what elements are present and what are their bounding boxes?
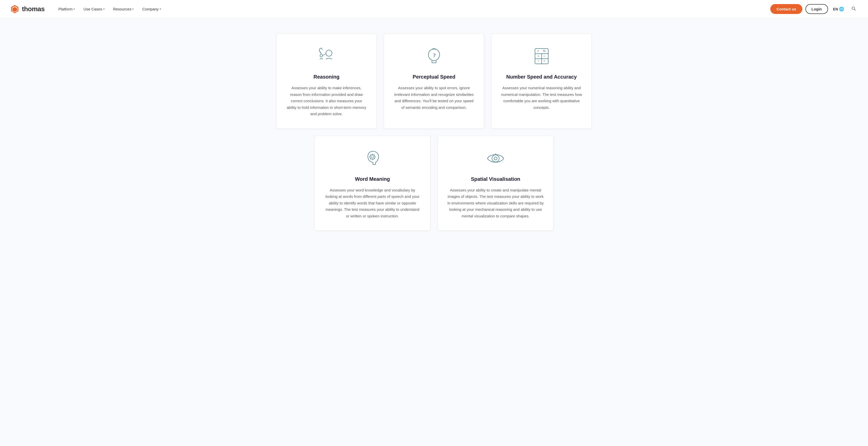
search-button[interactable] <box>849 4 858 14</box>
number-icon: + % × − ÷ = <box>531 46 552 66</box>
chevron-down-icon: ▾ <box>160 8 161 10</box>
spatial-icon <box>486 148 506 168</box>
word-title: Word Meaning <box>324 176 421 182</box>
cards-row-2: Word Meaning Assesses your word knowledg… <box>314 136 554 231</box>
logo-link[interactable]: thomas <box>10 5 44 14</box>
nav-actions: Contact us Login EN 🌐 <box>770 4 858 14</box>
card-word: Word Meaning Assesses your word knowledg… <box>314 136 430 231</box>
number-desc: Assesses your numerical reasoning abilit… <box>501 85 582 110</box>
svg-point-6 <box>320 55 322 57</box>
spatial-title: Spatial Visualisation <box>447 176 544 182</box>
svg-line-4 <box>854 9 855 10</box>
globe-icon: 🌐 <box>839 7 844 11</box>
main-content: Reasoning Assesses your ability to make … <box>256 18 612 246</box>
card-perceptual: ? Perceptual Speed Assesses your ability… <box>384 34 484 129</box>
perceptual-icon: ? <box>424 46 444 66</box>
cards-row-1: Reasoning Assesses your ability to make … <box>276 34 592 129</box>
perceptual-desc: Assesses your ability to spot errors, ig… <box>393 85 475 110</box>
word-desc: Assesses your word knowledge and vocabul… <box>324 187 421 219</box>
chevron-down-icon: ▾ <box>132 8 133 10</box>
reasoning-title: Reasoning <box>286 73 367 80</box>
svg-text:−: − <box>544 54 546 58</box>
card-number: + % × − ÷ = Number Speed and Accuracy As… <box>491 34 592 129</box>
nav-links: Platform ▾ Use Cases ▾ Resources ▾ Compa… <box>55 5 770 13</box>
nav-use-cases[interactable]: Use Cases ▾ <box>80 5 108 13</box>
nav-platform[interactable]: Platform ▾ <box>55 5 79 13</box>
nav-company[interactable]: Company ▾ <box>138 5 164 13</box>
login-button[interactable]: Login <box>805 4 828 14</box>
svg-text:+: + <box>537 49 539 53</box>
number-title: Number Speed and Accuracy <box>501 73 582 80</box>
svg-point-5 <box>326 50 332 56</box>
svg-point-30 <box>492 155 499 162</box>
svg-text:×: × <box>537 55 539 58</box>
perceptual-title: Perceptual Speed <box>393 73 475 80</box>
search-icon <box>851 6 856 11</box>
word-icon <box>362 148 382 168</box>
card-reasoning: Reasoning Assesses your ability to make … <box>276 34 377 129</box>
language-selector[interactable]: EN 🌐 <box>831 5 846 13</box>
svg-text:%: % <box>543 49 546 53</box>
logo-icon <box>10 5 19 14</box>
svg-point-21 <box>371 156 374 158</box>
svg-text:÷: ÷ <box>537 59 539 63</box>
contact-us-button[interactable]: Contact us <box>770 4 802 14</box>
svg-text:=: = <box>544 59 545 63</box>
reasoning-icon <box>316 46 337 66</box>
reasoning-desc: Assesses your ability to make inferences… <box>286 85 367 117</box>
brand-name: thomas <box>22 5 44 13</box>
svg-point-31 <box>494 157 497 160</box>
chevron-down-icon: ▾ <box>103 8 104 10</box>
svg-text:?: ? <box>433 52 436 59</box>
spatial-desc: Assesses your ability to create and mani… <box>447 187 544 219</box>
chevron-down-icon: ▾ <box>73 8 75 10</box>
nav-resources[interactable]: Resources ▾ <box>110 5 137 13</box>
navbar: thomas Platform ▾ Use Cases ▾ Resources … <box>0 0 868 18</box>
card-spatial: Spatial Visualisation Assesses your abil… <box>438 136 554 231</box>
